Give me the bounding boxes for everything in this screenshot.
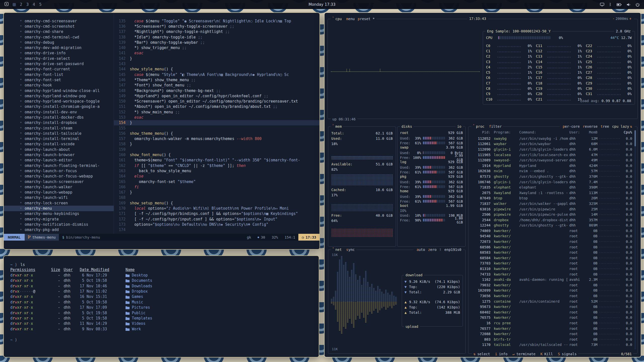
- file-item[interactable]: *omarchy-cmd-screensaver: [4, 18, 114, 24]
- code-line[interactable]: 169show_setup_menu() {: [114, 200, 319, 206]
- io-toggle[interactable]: io: [457, 124, 461, 129]
- sort-arrows-icon[interactable]: ⇅: [629, 124, 633, 128]
- code-line[interactable]: 147 *Font*) show_font_menu ;;: [114, 83, 319, 88]
- code-line[interactable]: 166 fi: [114, 184, 319, 190]
- code-line[interactable]: 171 [ -f ~/.config/hypr/bindings.conf ] …: [114, 211, 319, 216]
- directory-link[interactable]: Downloads: [126, 284, 312, 289]
- process-row[interactable]: 79032kworker/root0B0.0: [471, 282, 632, 288]
- hotkey-auto[interactable]: auto: [417, 247, 425, 252]
- battery-icon[interactable]: [617, 3, 622, 6]
- code-line[interactable]: 174: [114, 227, 319, 233]
- command-line[interactable]: [4, 241, 319, 249]
- process-row[interactable]: 87649btopbtopdhh26M0.0: [471, 196, 632, 201]
- file-item[interactable]: *omarchy-drive-set-password: [4, 61, 114, 66]
- process-row[interactable]: 76575kworker/root0B0.0: [471, 315, 632, 321]
- file-item[interactable]: *omarchy-install-terminal: [4, 136, 114, 142]
- code-line[interactable]: 155: [114, 125, 319, 131]
- proc-action-terminate[interactable]: ↵terminate: [512, 352, 535, 356]
- process-row[interactable]: 1275containe/usr/bin/containerdroot52M0.…: [471, 299, 632, 304]
- omarchy-logo-icon[interactable]: [5, 2, 9, 7]
- code-line[interactable]: 167}: [114, 190, 319, 195]
- hotkey-filter[interactable]: filter: [489, 124, 502, 129]
- directory-link[interactable]: Work: [126, 327, 312, 332]
- process-row[interactable]: 73656kworker/root0B0.0: [471, 293, 632, 299]
- process-row[interactable]: 68402kworker/root0B0.0: [471, 309, 632, 315]
- file-item[interactable]: *omarchy-install-dev-env: [4, 109, 114, 115]
- file-item[interactable]: *omarchy-launch-or-focus: [4, 168, 114, 173]
- code-line[interactable]: 140 *) show_trigger_menu ;;: [114, 45, 319, 50]
- proc-action-Kill[interactable]: KKill: [540, 352, 553, 356]
- directory-link[interactable]: Music: [126, 300, 312, 305]
- file-item[interactable]: *omarchy-hyprland-window-pop: [4, 93, 114, 99]
- directory-link[interactable]: Documents: [126, 278, 312, 283]
- process-row[interactable]: 76577kworker/root0B0.0: [471, 326, 632, 331]
- file-item[interactable]: *omarchy-dev-add-migration: [4, 45, 114, 50]
- process-row[interactable]: 68583kworker/root0B0.0: [471, 250, 632, 255]
- process-row[interactable]: 102638nvimnvim --embed .dhh57M0.0: [471, 168, 632, 174]
- directory-link[interactable]: Dropbox: [126, 289, 312, 294]
- process-row[interactable]: 73703kworker/root0B0.0: [471, 261, 632, 266]
- interval-decrease[interactable]: -: [612, 17, 616, 21]
- code-line[interactable]: 141 esac: [114, 51, 319, 56]
- hotkey-sync[interactable]: sync: [346, 247, 355, 252]
- code-line[interactable]: 173 options="$options\n◇ Defaults\n◎ DNS…: [114, 222, 319, 227]
- process-row[interactable]: 2544dropbox/home/dhh/.dropbox-distdhh357…: [471, 217, 632, 223]
- hotkey-zero[interactable]: zero: [428, 247, 437, 252]
- directory-link[interactable]: Public: [126, 310, 312, 316]
- scrollbar-thumb[interactable]: [634, 130, 636, 146]
- process-row[interactable]: 1170tailscal/usr/sbin/tailscaled --root7…: [471, 342, 632, 348]
- code-line[interactable]: 150 *Screensaver*) open_in_editor ~/.con…: [114, 99, 319, 104]
- file-item[interactable]: *omarchy-cmd-terminal-cwd: [4, 34, 114, 40]
- file-item[interactable]: *omarchy-font-set: [4, 77, 114, 82]
- file-item[interactable]: *omarchy-launch-webapp: [4, 190, 114, 195]
- file-item[interactable]: *omarchy-font-list: [4, 72, 114, 77]
- file-item[interactable]: *omarchy-launch-browser: [4, 152, 114, 157]
- code-line[interactable]: 137 *Nightlight*) omarchy-toggle-nightli…: [114, 29, 319, 34]
- process-row[interactable]: 803btrfs-trroot0B0.0: [471, 337, 632, 342]
- interval-increase[interactable]: +: [628, 17, 632, 21]
- process-row[interactable]: 72073kworker/root0B0.0: [471, 239, 632, 244]
- file-item[interactable]: *omarchy-launch-about: [4, 147, 114, 152]
- process-row[interactable]: 94540kworker/root0B0.0: [471, 234, 632, 239]
- file-item[interactable]: *omarchy-menu: [4, 206, 114, 211]
- file-item[interactable]: *omarchy-drive-select: [4, 56, 114, 61]
- process-row[interactable]: 112089swayosd-/usr/bin/swayosd-serverdhh…: [471, 157, 632, 163]
- code-line[interactable]: 142}: [114, 56, 319, 61]
- process-row[interactable]: 112052swaybg/usr/bin/swaybg -i /homdhh12…: [471, 136, 632, 141]
- code-line[interactable]: 156show_theme_menu() {: [114, 131, 319, 136]
- process-row[interactable]: 2506pipewire/usr/bin/pipewire-pulsedhh14…: [471, 212, 632, 217]
- workspace-4[interactable]: 4: [33, 2, 35, 7]
- file-item[interactable]: *omarchy-launch-screensaver: [4, 179, 114, 184]
- proc-action-signals[interactable]: Ssignals: [558, 352, 577, 356]
- code-line[interactable]: 157 omarchy-launch-walker -m menus:omarc…: [114, 136, 319, 142]
- prompt-line[interactable]: ~): [10, 337, 312, 342]
- power-icon[interactable]: [636, 3, 639, 7]
- code-line[interactable]: 148 *Background*) omarchy-theme-bg-next …: [114, 88, 319, 93]
- directory-link[interactable]: Games: [126, 294, 312, 299]
- file-item[interactable]: *omarchy-font-current: [4, 67, 114, 72]
- file-item[interactable]: *omarchy-install-vscode: [4, 142, 114, 147]
- code-editor[interactable]: 135 case $(menu "Toggle" "◉ Screensaver\…: [114, 13, 319, 234]
- file-item[interactable]: *omarchy-migrate: [4, 216, 114, 222]
- process-row[interactable]: 112061waybar/usr/bin/waybardhh68M0.0: [471, 141, 632, 147]
- hotkey-preset-[interactable]: preset *: [358, 17, 375, 21]
- file-item[interactable]: *omarchy-hook: [4, 83, 114, 88]
- process-scrollbar[interactable]: [634, 130, 636, 349]
- process-row[interactable]: 102099kworker/root0B0.0: [471, 288, 632, 293]
- file-item[interactable]: *omarchy-launch-or-focus-webapp: [4, 174, 114, 179]
- code-line[interactable]: 151 *About*) open_in_editor ~/.config/om…: [114, 104, 319, 109]
- code-line[interactable]: 161 theme=$(menu "Font" "$(omarchy-font-…: [114, 158, 319, 163]
- process-row[interactable]: 12244ghostty/usr/bin/ghostty --gtk-dhh86…: [471, 223, 632, 228]
- code-line[interactable]: 145 case $(menu "Style" "◧ Theme\nA Font…: [114, 72, 319, 77]
- code-line[interactable]: 168: [114, 195, 319, 200]
- directory-link[interactable]: Desktop: [126, 273, 312, 278]
- process-row[interactable]: 95673kworker/root0B0.0: [471, 304, 632, 309]
- process-row[interactable]: 63816pipewire/usr/bin/pipewiredhh25M0.0: [471, 206, 632, 212]
- file-item[interactable]: *omarchy-cmd-share: [4, 29, 114, 34]
- code-line[interactable]: 135 case $(menu "Toggle" "◉ Screensaver\…: [114, 18, 319, 24]
- directory-link[interactable]: Pictures: [126, 305, 312, 310]
- workspace-2[interactable]: 2: [20, 2, 22, 7]
- screencast-icon[interactable]: [600, 3, 604, 6]
- file-item[interactable]: *omarchy-hyprland-workspace-toggle: [4, 99, 114, 104]
- volume-icon[interactable]: [627, 3, 631, 6]
